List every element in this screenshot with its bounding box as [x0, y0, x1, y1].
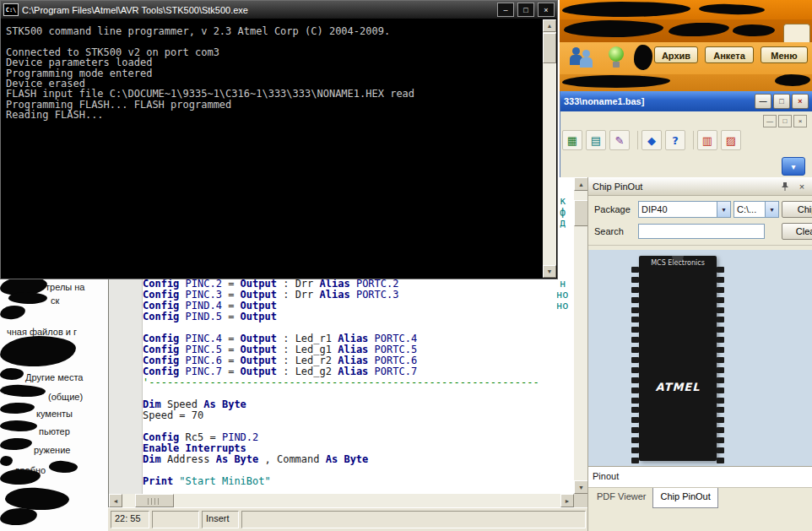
toolbar-overflow-button[interactable]: ▾ — [782, 157, 805, 176]
console-close-button[interactable]: × — [538, 3, 555, 17]
chip-icon[interactable]: ▦ — [562, 130, 582, 150]
scroll-down-icon[interactable]: ▼ — [574, 480, 588, 494]
editor-hscrollbar[interactable]: ◄ ► — [109, 494, 574, 507]
panel-divider — [588, 245, 812, 246]
panel-tabs: PDF ViewerChip PinOut — [588, 487, 812, 508]
console-line: Programming mode entered — [6, 68, 542, 79]
chip-pin — [631, 287, 639, 293]
browser-button-анкета[interactable]: Анкета — [705, 46, 754, 63]
scroll-right-icon[interactable]: ► — [560, 494, 574, 507]
browser-tabs-band — [560, 19, 812, 42]
browser-page: АрхивАнкетаМеню — [560, 0, 812, 91]
chip-pin — [631, 307, 639, 313]
chip-pins-left — [631, 267, 639, 463]
toolbar-separator — [689, 131, 694, 149]
package-label: Package — [594, 204, 631, 214]
console-title: C:\Program Files\Atmel\AVR Tools\STK500\… — [22, 5, 494, 15]
chip-pin — [717, 307, 724, 313]
editor-vscrollbar[interactable]: ▲ ▼ — [574, 177, 588, 494]
chevron-down-icon[interactable]: ▾ — [765, 202, 778, 217]
chevron-down-icon[interactable]: ▾ — [717, 202, 730, 217]
scroll-down-icon[interactable]: ▼ — [543, 265, 556, 278]
compile-icon[interactable]: ◆ — [641, 130, 662, 150]
status-bar: 22: 55Insert — [108, 507, 588, 531]
mdi-controls: — □ × — [763, 115, 807, 127]
tab-pdf-viewer[interactable]: PDF Viewer — [590, 488, 652, 508]
hscroll-thumb[interactable] — [135, 494, 174, 507]
panel-close-icon[interactable]: × — [796, 181, 808, 192]
pdf-view-icon[interactable]: ▥ — [697, 130, 717, 150]
people-icon[interactable] — [569, 46, 594, 71]
path-select[interactable]: C:\... ▾ — [734, 201, 779, 218]
close-button[interactable]: × — [792, 94, 809, 109]
console-scroll-thumb[interactable] — [543, 33, 556, 63]
tab-chip-pinout[interactable]: Chip PinOut — [652, 488, 717, 508]
code-line: '---------------------------------------… — [143, 377, 539, 388]
desktop-panel — [0, 279, 108, 531]
console-output: STK500 command line programmer, v 2.3 At… — [3, 19, 542, 277]
browser-button-архив[interactable]: Архив — [654, 46, 698, 63]
pdf-print-icon[interactable]: ▨ — [721, 130, 741, 150]
code-line: Config PIND.5 = Output — [143, 312, 539, 322]
chip-pin — [717, 337, 724, 343]
chip-pin — [631, 387, 639, 393]
mdi-restore-button[interactable]: □ — [778, 115, 792, 127]
search-input[interactable] — [638, 224, 765, 239]
help-icon[interactable]: ? — [665, 130, 685, 150]
bulb-icon[interactable] — [607, 46, 627, 71]
console-minimize-button[interactable]: – — [497, 3, 514, 17]
console-line: FLASH input file C:\DOCUME~1\9335~1\C316… — [6, 89, 542, 99]
pushpin-icon[interactable] — [779, 181, 791, 192]
chip-pin — [631, 427, 639, 433]
code-lines: Config PINC.2 = Output : Drr Alias PORTC… — [143, 279, 539, 487]
chip-button[interactable]: Chip — [782, 201, 812, 218]
chip-pin — [631, 377, 639, 383]
chip-pin — [717, 377, 724, 383]
panel-header: Chip PinOut × — [588, 177, 812, 196]
chip-pin — [717, 437, 724, 443]
mdi-minimize-button[interactable]: — — [763, 115, 777, 127]
package-select[interactable]: DIP40 ▾ — [638, 201, 731, 218]
restore-button[interactable]: □ — [773, 94, 790, 109]
chip-view: MCS Electronics ATMEL — [588, 250, 812, 466]
pin-wizard-icon[interactable]: ✎ — [609, 130, 630, 150]
console-line: Device parameters loaded — [6, 57, 542, 68]
console-title-bar[interactable]: C:\ C:\Program Files\Atmel\AVR Tools\STK… — [1, 1, 557, 19]
chip-pin — [717, 427, 724, 433]
bascom-toolbar-icons: ▦▤✎◆?▥▨ — [562, 130, 741, 150]
browser-tab[interactable] — [783, 24, 810, 43]
chip-pin — [717, 407, 724, 413]
chip-pin — [717, 387, 724, 393]
console-scrollbar[interactable]: ▲ ▼ — [543, 19, 556, 278]
chip-pin — [631, 347, 639, 353]
chip-pinout-panel: Chip PinOut × Package DIP40 ▾ C:\... ▾ C… — [587, 177, 812, 531]
mdi-close-button[interactable]: × — [793, 115, 807, 127]
thumb-grip — [148, 498, 161, 505]
minimize-button[interactable]: — — [755, 94, 771, 109]
clear-button[interactable]: Clear — [782, 223, 812, 240]
chip-pin — [717, 357, 724, 363]
chip-pins-right — [717, 267, 724, 463]
browser-button-меню[interactable]: Меню — [761, 46, 808, 63]
panel-title: Chip PinOut — [593, 182, 774, 192]
search-label: Search — [594, 226, 624, 236]
scroll-left-icon[interactable]: ◄ — [109, 494, 122, 507]
chip-pin — [631, 398, 639, 404]
console-line: STK500 command line programmer, v 2.3 At… — [6, 26, 542, 36]
lcd-icon[interactable]: ▤ — [586, 130, 606, 150]
scroll-up-icon[interactable]: ▲ — [543, 19, 556, 32]
browser-lower-band — [560, 74, 812, 91]
vscroll-thumb[interactable] — [574, 200, 588, 226]
path-value: C:\... — [734, 204, 765, 214]
status-cell — [152, 511, 199, 528]
console-maximize-button[interactable]: □ — [517, 3, 534, 17]
chip-pin — [717, 317, 724, 322]
bascom-title-bar[interactable]: 333\noname1.bas] — □ × — [560, 91, 812, 111]
chip-pin — [717, 398, 724, 404]
status-cell: Insert — [202, 511, 239, 528]
scroll-up-icon[interactable]: ▲ — [574, 177, 588, 191]
console-window: C:\ C:\Program Files\Atmel\AVR Tools\STK… — [0, 0, 558, 279]
chip-pin — [717, 327, 724, 333]
chip-pin — [631, 367, 639, 373]
chip-pin — [631, 417, 639, 423]
